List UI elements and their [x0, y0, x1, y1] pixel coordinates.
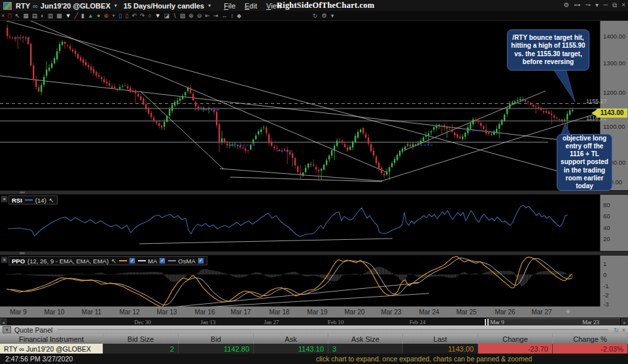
minimize-icon[interactable]: ─ — [603, 1, 608, 9]
layout-icon[interactable]: ▤ — [32, 12, 38, 20]
pan-left-icon[interactable]: ⇤ — [205, 12, 210, 20]
date-axis-label: Mar 13 — [156, 308, 177, 316]
restore-icon[interactable]: ⧉ — [612, 1, 617, 9]
date-axis-label: Mar 20 — [344, 308, 364, 316]
toolbar-right-group: ↻⚙▾ — [313, 12, 334, 20]
rsi-close-button[interactable]: × — [1, 195, 8, 203]
tools-icon[interactable]: ⚙ — [322, 12, 327, 20]
column-header-ask[interactable]: Ask — [254, 334, 328, 344]
date-axis-label: Mar 11 — [82, 308, 101, 316]
close-icon[interactable]: × — [622, 327, 625, 333]
dropdown-icon[interactable]: ▼ — [65, 12, 71, 20]
redo-icon[interactable]: ↷ — [140, 12, 145, 20]
pin-icon[interactable]: ⊸ — [585, 1, 591, 9]
ppo-legend-item: MA✓ — [138, 257, 166, 265]
scrollbar-divider[interactable] — [485, 319, 486, 325]
quote-panel-header: ▾ Quote Panel ↻× — [0, 325, 628, 334]
column-header-change[interactable]: Change — [478, 334, 553, 344]
column-header-bid-size[interactable]: Bid Size — [103, 334, 179, 344]
date-axis: Mar 9Mar 10Mar 11Mar 12Mar 13Mar 16Mar 1… — [0, 306, 628, 318]
draw-line-icon[interactable]: ╱ — [75, 12, 78, 20]
pin-caret-icon[interactable]: ▾ — [595, 1, 599, 9]
link-icon[interactable]: ⊶ — [574, 1, 581, 9]
quote-data-row[interactable]: RTY ∞ Jun19'20 @GLOBEX21142.801143.10311… — [0, 344, 628, 354]
timeframe-selector[interactable]: 15 Days/Hourly candles — [124, 2, 205, 10]
scrollbar-date-label: Feb 10 — [328, 319, 344, 325]
rsi-panel[interactable] — [0, 193, 601, 251]
quote-cell: -2.03% — [553, 344, 628, 354]
checkbox-icon[interactable]: ✓ — [159, 257, 166, 264]
refresh-icon[interactable]: ↻ — [614, 327, 619, 333]
bars-icon[interactable]: ▥ — [48, 12, 54, 20]
quote-cell: 3 — [328, 344, 403, 354]
scrollbar-date-label: Dec 30 — [134, 319, 151, 325]
zoom-in-icon[interactable]: ⊕ — [188, 12, 194, 20]
panel-splitter[interactable] — [0, 251, 628, 256]
half-square-icon[interactable]: ◪ — [164, 12, 170, 20]
delete-drawing-icon[interactable]: × — [1, 12, 5, 20]
date-axis-label: Mar 25 — [456, 308, 476, 316]
quote-panel-title: Quote Panel — [14, 326, 52, 334]
quote-header-rule — [58, 329, 608, 330]
menu-file[interactable]: File — [224, 2, 236, 10]
pie-icon[interactable]: ◐ — [41, 12, 44, 20]
checkbox-icon[interactable]: ✓ — [198, 257, 204, 264]
scrollbar-date-label: Mar 23 — [582, 319, 599, 325]
rsi-line-swatch — [25, 199, 33, 201]
toolbar-caret-icon[interactable]: ▾ — [331, 12, 334, 20]
quote-header-icons: ↻× — [614, 327, 625, 333]
ppo-close-button[interactable]: × — [1, 256, 8, 263]
column-header-financial-instrument[interactable]: Financial Instrument — [0, 334, 103, 344]
quote-collapse-button[interactable]: ▾ — [3, 326, 11, 333]
ppo-tick-label: 0 — [603, 271, 606, 278]
price-level-label: 1155.27 — [586, 98, 607, 105]
volume-icon[interactable]: ▮ — [81, 12, 84, 20]
selection-box-icon[interactable]: □ — [8, 12, 11, 20]
contract-selector[interactable]: Jun19'20 @GLOBEX — [41, 2, 111, 10]
scrollbar-date-label: Jan 27 — [264, 319, 279, 325]
diamond-tool-icon[interactable]: ◆ — [237, 12, 241, 20]
dot-tool-icon[interactable]: ● — [97, 12, 100, 20]
checkbox-icon[interactable]: ✓ — [129, 257, 135, 264]
dropdown2-icon[interactable]: ▼ — [155, 12, 161, 20]
column-header-last[interactable]: Last — [403, 334, 478, 344]
zoom-out-icon[interactable]: ⊖ — [197, 12, 202, 20]
trendline-icon[interactable]: ∖ — [173, 12, 177, 20]
undo-icon[interactable]: ↶ — [131, 12, 137, 20]
scrollbar-date-label: Jan 13 — [200, 319, 215, 325]
ppo-legend-label: MA — [148, 257, 157, 265]
date-axis-label: Mar 9 — [10, 308, 27, 316]
contract-caret-icon[interactable]: ▾ — [114, 3, 117, 8]
hatch-icon[interactable]: ▨ — [180, 12, 186, 20]
pan-vertical-icon[interactable]: ↕ — [231, 12, 234, 20]
ppo-title: PPO — [12, 257, 25, 265]
shape-icon[interactable]: ○ — [148, 12, 151, 20]
gear-icon[interactable]: ⚙ — [564, 1, 570, 9]
column-header-ask-size[interactable]: Ask Size — [328, 334, 403, 344]
scrollbar-divider[interactable] — [487, 319, 489, 325]
panel-splitter[interactable] — [0, 190, 628, 195]
close-icon[interactable]: × — [621, 1, 625, 9]
chart-type-icon[interactable]: ▦ — [23, 12, 29, 20]
ppo-param: (12, 26, 9 - EMA, EMA, EMA) — [27, 257, 109, 265]
pan-horizontal-icon[interactable]: ↔ — [222, 12, 228, 20]
menu-edit[interactable]: Edit — [245, 2, 257, 10]
cursor-icon[interactable]: ↖ — [15, 12, 20, 20]
target-icon[interactable]: ⊕ — [103, 12, 109, 20]
column-header-bid[interactable]: Bid — [179, 334, 254, 344]
column-header-change-[interactable]: Change % — [553, 334, 628, 344]
current-price-arrow — [591, 110, 597, 116]
triangle-tool-icon[interactable]: ▲ — [88, 12, 94, 20]
long-entry-callout[interactable]: objective long entry off the 1116 + TL s… — [557, 134, 612, 191]
crosshair-icon[interactable]: + — [112, 12, 115, 20]
rsi-cursor-icon[interactable]: ↖ — [49, 197, 54, 204]
ppo-cursor-icon[interactable]: ↖ — [111, 257, 116, 265]
ppo-swatch-icon — [119, 260, 127, 261]
timeframe-caret-icon[interactable]: ▾ — [208, 3, 211, 8]
grid-icon[interactable]: ▩ — [56, 12, 62, 20]
refresh-icon[interactable]: ↻ — [313, 12, 318, 20]
text-note-blue-icon[interactable]: ▯ — [118, 12, 122, 20]
bounce-target-callout[interactable]: /RTY bounce target hit, hitting a high o… — [507, 29, 589, 71]
text-note-red-icon[interactable]: ▯ — [125, 12, 128, 20]
pan-right-icon[interactable]: ⇥ — [213, 12, 218, 20]
